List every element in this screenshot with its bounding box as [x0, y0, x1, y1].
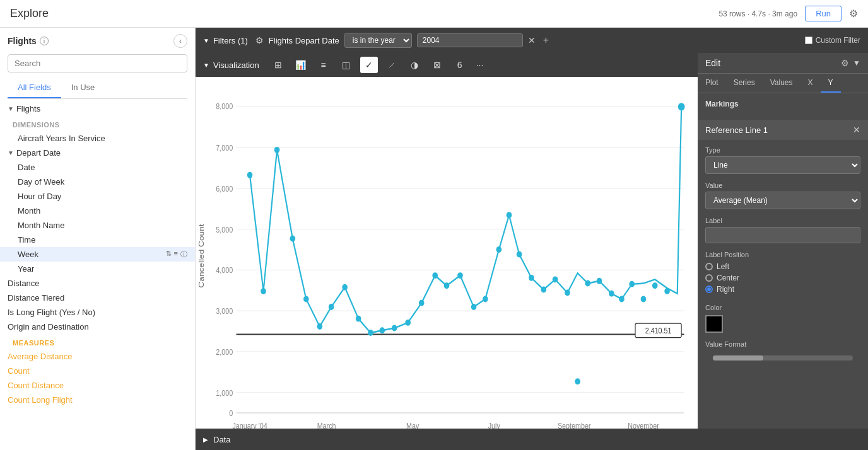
week-sort-icon[interactable]: ⇅	[166, 250, 172, 259]
svg-text:7,000: 7,000	[216, 143, 233, 152]
chart-bar-button[interactable]: 📊	[292, 57, 310, 73]
filter-close-icon[interactable]: ✕	[528, 35, 536, 45]
count-label: Count	[8, 366, 187, 376]
filter-gear-icon[interactable]: ⚙	[255, 35, 264, 45]
value-select[interactable]: Average (Mean)	[705, 192, 860, 209]
field-is-long-flight[interactable]: Is Long Flight (Yes / No)	[0, 305, 195, 320]
filter-operator-select[interactable]: is in the year	[344, 33, 412, 48]
sidebar-collapse-button[interactable]: ‹	[173, 34, 187, 48]
measures-header: MEASURES	[0, 334, 195, 349]
flights-info-icon[interactable]: i	[40, 37, 49, 45]
data-bar[interactable]: ▶ Data	[196, 429, 868, 450]
field-distance[interactable]: Distance	[0, 276, 195, 291]
field-year[interactable]: Year	[0, 262, 195, 276]
type-select[interactable]: Line	[705, 156, 860, 174]
sidebar-title-text: Flights	[8, 36, 37, 46]
edit-tabs: Plot Series Values X Y	[698, 74, 868, 93]
custom-filter-checkbox[interactable]	[805, 37, 812, 44]
chart-line	[250, 107, 681, 333]
chart-table-button[interactable]: ⊞	[269, 57, 287, 73]
chart-number-button[interactable]: 6	[451, 57, 469, 73]
position-left-radio[interactable]	[705, 263, 713, 270]
ref-line-header: Reference Line 1 ✕	[698, 120, 868, 140]
month-label: Month	[18, 206, 187, 216]
chart-map-button[interactable]: ⊠	[428, 57, 446, 73]
color-swatch[interactable]	[705, 315, 723, 333]
filters-arrow-icon[interactable]: ▼	[203, 37, 209, 44]
field-aircraft-years[interactable]: Aircraft Years In Service	[0, 131, 195, 146]
chart-scatter-button[interactable]: ≡	[315, 57, 332, 73]
field-count[interactable]: Count	[0, 364, 195, 378]
search-input[interactable]	[8, 54, 187, 72]
value-format-label: Value Format	[705, 340, 860, 348]
edit-dropdown-icon[interactable]: ▼	[853, 59, 860, 67]
edit-panel-header: Edit ⚙ ▼	[698, 53, 868, 74]
filter-add-icon[interactable]: +	[543, 35, 549, 46]
week-info-icon[interactable]: ⓘ	[180, 250, 187, 259]
edit-gear-icon[interactable]: ⚙	[841, 58, 849, 68]
data-point	[553, 276, 558, 282]
field-month-name[interactable]: Month Name	[0, 218, 195, 233]
field-week[interactable]: Week ⇅ ≡ ⓘ	[0, 247, 195, 262]
group-flights[interactable]: ▼ Flights	[0, 101, 195, 116]
scrollbar-thumb[interactable]	[713, 355, 763, 361]
field-count-distance[interactable]: Count Distance	[0, 378, 195, 393]
tab-all-fields[interactable]: All Fields	[8, 78, 61, 98]
data-point	[419, 300, 425, 306]
content-area: ▼ Filters (1) ⚙ Flights Depart Date is i…	[196, 28, 868, 450]
viz-arrow-icon[interactable]: ▼	[203, 62, 209, 69]
run-button[interactable]: Run	[805, 6, 842, 21]
group-arrow-icon: ▼	[8, 105, 14, 112]
time-label: Time	[18, 235, 187, 245]
filters-label-text: Filters (1)	[213, 36, 248, 45]
field-time[interactable]: Time	[0, 233, 195, 247]
position-center-label: Center	[717, 274, 739, 282]
markings-section: Markings	[698, 93, 868, 120]
ref-line-close-icon[interactable]: ✕	[853, 125, 860, 135]
custom-filter-label: Custom Filter	[816, 36, 860, 45]
distance-tiered-label: Distance Tiered	[8, 293, 187, 303]
tab-in-use[interactable]: In Use	[61, 78, 105, 98]
viz-more-icon[interactable]: ···	[476, 60, 484, 70]
position-center-radio[interactable]	[705, 274, 713, 282]
data-point	[507, 212, 512, 218]
field-hour-of-day[interactable]: Hour of Day	[0, 189, 195, 204]
field-day-of-week[interactable]: Day of Week	[0, 175, 195, 189]
edit-tab-series[interactable]: Series	[726, 74, 763, 93]
data-point	[392, 325, 397, 332]
chart-line-button[interactable]: ✓	[360, 57, 378, 73]
field-avg-distance[interactable]: Average Distance	[0, 349, 195, 364]
edit-tab-x[interactable]: X	[801, 74, 821, 93]
data-point-peak	[678, 103, 685, 110]
svg-text:January '04: January '04	[232, 421, 267, 429]
field-date[interactable]: Date ≡ ⓘ	[0, 160, 195, 175]
filter-value-input[interactable]	[417, 33, 523, 47]
field-month[interactable]: Month	[0, 204, 195, 218]
settings-icon[interactable]: ⚙	[849, 8, 858, 20]
chart-line2-button[interactable]: ⟋	[383, 57, 401, 73]
field-distance-tiered[interactable]: Distance Tiered	[0, 291, 195, 305]
field-depart-date[interactable]: ▼ Depart Date	[0, 146, 195, 160]
data-point	[290, 236, 296, 242]
edit-tab-plot[interactable]: Plot	[698, 74, 726, 93]
field-count-long-flight[interactable]: Count Long Flight	[0, 393, 195, 407]
svg-text:1,000: 1,000	[216, 388, 233, 397]
scrollbar[interactable]	[713, 355, 853, 361]
edit-tab-y[interactable]: Y	[821, 74, 841, 93]
distance-label: Distance	[8, 279, 187, 288]
data-point	[541, 287, 547, 293]
week-filter-icon[interactable]: ≡	[174, 250, 178, 259]
data-point	[329, 304, 334, 310]
app-title: Explore	[10, 7, 49, 20]
chart-area-button[interactable]: ◫	[337, 57, 355, 73]
edit-panel: Edit ⚙ ▼ Plot Series Values X Y Markings	[698, 53, 868, 429]
chart-pie-button[interactable]: ◑	[406, 57, 423, 73]
filter-icon[interactable]: ≡	[174, 163, 178, 172]
field-origin-destination[interactable]: Origin and Destination	[0, 320, 195, 334]
info-icon-date[interactable]: ⓘ	[180, 163, 187, 172]
edit-tab-values[interactable]: Values	[763, 74, 801, 93]
dimensions-header: DIMENSIONS	[0, 116, 195, 131]
label-text-input[interactable]	[705, 227, 860, 243]
custom-filter-group: Custom Filter	[805, 36, 860, 45]
position-right-radio[interactable]	[705, 286, 713, 293]
